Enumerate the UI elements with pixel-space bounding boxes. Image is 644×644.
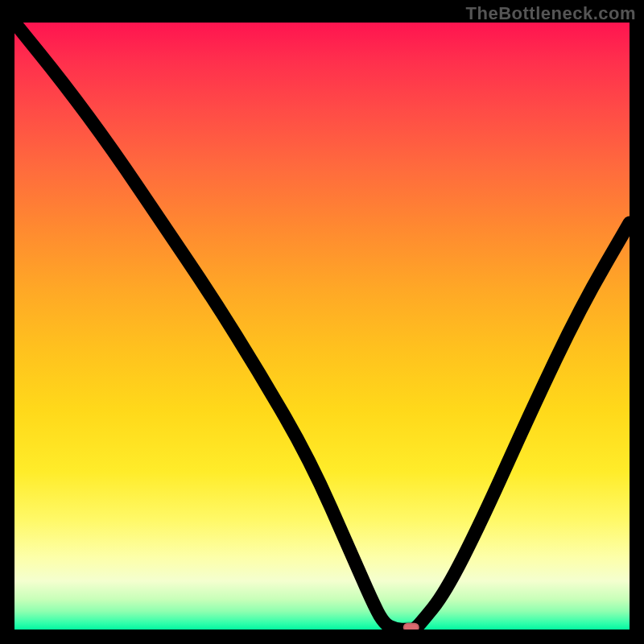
chart-frame: TheBottleneck.com — [0, 0, 644, 644]
plot-area — [14, 23, 630, 630]
bottleneck-curve-svg — [14, 23, 630, 630]
bottleneck-curve — [14, 23, 630, 630]
watermark-text: TheBottleneck.com — [466, 3, 636, 24]
optimal-point-marker — [403, 623, 419, 630]
